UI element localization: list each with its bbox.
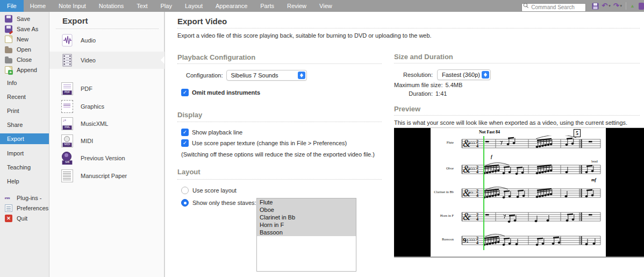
staff-notation-graphic: 9: ♭♭♭ 2 4 xyxy=(455,232,602,248)
redo-icon[interactable]: ↷ xyxy=(612,0,620,12)
export-item-video[interactable]: Video xyxy=(49,52,164,69)
export-item-audio[interactable]: Audio xyxy=(49,32,164,49)
staff-row-bassoon: Bassoon 9: ♭♭♭ 2 4 xyxy=(431,232,606,248)
sidebar-item-teaching[interactable]: Teaching xyxy=(0,160,49,174)
export-item-label: MusicXML xyxy=(81,120,108,127)
export-item-manuscript-paper[interactable]: Manuscript Paper xyxy=(49,167,164,184)
dynamic-f: f xyxy=(491,154,492,159)
ribbon-tools: ↶▾ ↷▾ ▲ xyxy=(521,0,644,12)
playback-line xyxy=(483,136,484,250)
tab-layout[interactable]: Layout xyxy=(178,0,209,12)
section-heading-preview: Preview xyxy=(394,105,420,113)
command-search xyxy=(521,2,586,10)
sidebar-item-close[interactable]: Close xyxy=(0,54,49,65)
pdf-icon: PDF xyxy=(61,82,73,95)
preferences-icon xyxy=(5,204,12,212)
lead-annotation: lead xyxy=(591,159,598,164)
tab-parts[interactable]: Parts xyxy=(254,0,281,12)
show-playback-line-checkbox[interactable]: ✓ xyxy=(181,129,189,136)
dropdown-stepper-icon xyxy=(298,72,305,79)
sidebar-item-print[interactable]: Print xyxy=(0,104,49,118)
configuration-label: Configuration: xyxy=(186,72,223,79)
list-item-clarinet[interactable]: Clarinet in Bb xyxy=(257,214,356,221)
section-heading-playback-configuration: Playback Configuration xyxy=(177,53,255,61)
sidebar-item-label: Append xyxy=(17,67,37,73)
tab-play[interactable]: Play xyxy=(154,0,178,12)
toolbar-extra-icon[interactable] xyxy=(639,3,644,10)
sidebar-item-append[interactable]: Append xyxy=(0,65,49,75)
sidebar-item-help[interactable]: Help xyxy=(0,174,49,188)
paper-texture-checkbox[interactable]: ✓ xyxy=(181,139,189,147)
svg-text:♭♭♭: ♭♭♭ xyxy=(469,237,476,242)
list-item-bassoon[interactable]: Bassoon xyxy=(257,229,356,236)
export-item-previous-version[interactable]: SIB Previous Version xyxy=(49,150,164,167)
staff-row-oboe: Oboe & ♭♭♭ 2 4 xyxy=(431,161,606,177)
tab-file[interactable]: File xyxy=(0,0,24,12)
section-heading-layout: Layout xyxy=(177,168,201,176)
sidebar-item-share[interactable]: Share xyxy=(0,118,49,132)
save-icon[interactable] xyxy=(592,3,599,10)
previous-version-icon: SIB xyxy=(61,152,73,165)
sidebar-item-export[interactable]: Export xyxy=(0,133,49,144)
svg-text:4: 4 xyxy=(476,169,478,174)
tab-view[interactable]: View xyxy=(313,0,339,12)
export-panel-title: Export xyxy=(62,16,88,25)
ribbon-bar: File Home Note Input Notations Text Play… xyxy=(0,0,644,12)
divider xyxy=(177,122,382,122)
sidebar-item-preferences[interactable]: Preferences xyxy=(0,203,49,213)
list-item-horn[interactable]: Horn in F xyxy=(257,221,356,229)
use-score-layout-radio[interactable] xyxy=(181,187,189,194)
configuration-select[interactable]: Sibelius 7 Sounds xyxy=(226,70,307,81)
show-playback-line-label: Show playback line xyxy=(192,129,242,136)
staff-row-clarinet: Clarinet in Bb & ♭♭ 2 4 xyxy=(431,185,606,201)
resolution-label: Resolution: xyxy=(394,72,433,78)
max-file-size-label: Maximum file size: xyxy=(394,82,442,88)
sidebar-item-recent[interactable]: Recent xyxy=(0,90,49,104)
resolution-select[interactable]: Fastest (360p) xyxy=(437,69,491,80)
manuscript-paper-icon xyxy=(61,169,73,182)
section-heading-size-duration: Size and Duration xyxy=(394,53,453,61)
sidebar-item-info[interactable]: Info xyxy=(0,76,49,90)
svg-text:♭♭: ♭♭ xyxy=(469,190,474,195)
show-staves-radio[interactable] xyxy=(181,199,189,207)
omit-muted-checkbox[interactable]: ✓ xyxy=(181,89,189,96)
export-item-graphics[interactable]: Graphics xyxy=(49,98,164,115)
audio-icon xyxy=(61,34,73,47)
staff-row-flute: Flute & ♭♭♭ 2 4 xyxy=(431,136,606,152)
sidebar-item-plug-ins[interactable]: Plug-ins - xyxy=(0,193,49,203)
export-item-midi[interactable]: MIDI MIDI xyxy=(49,132,164,150)
sidebar-item-save[interactable]: Save xyxy=(0,13,49,24)
export-item-musicxml[interactable]: ♪› XML MusicXML xyxy=(49,115,164,132)
tab-notations[interactable]: Notations xyxy=(92,0,130,12)
sidebar-item-save-as[interactable]: Save As xyxy=(0,24,49,34)
search-input[interactable] xyxy=(521,3,586,12)
divider xyxy=(394,63,640,63)
staff-label: Bassoon xyxy=(431,237,454,241)
list-item-oboe[interactable]: Oboe xyxy=(257,206,356,214)
save-as-icon xyxy=(5,25,12,33)
export-item-pdf[interactable]: PDF PDF xyxy=(49,80,164,97)
sidebar-item-quit[interactable]: ✕ Quit xyxy=(0,213,49,223)
svg-text:♭: ♭ xyxy=(469,214,471,218)
tab-note-input[interactable]: Note Input xyxy=(52,0,92,12)
undo-icon[interactable]: ↶ xyxy=(600,0,609,12)
tab-home[interactable]: Home xyxy=(24,0,52,12)
max-file-size-value: 5.4MB xyxy=(445,82,462,88)
tab-review[interactable]: Review xyxy=(281,0,313,12)
resolution-value: Fastest (360p) xyxy=(442,72,480,78)
show-staves-label: Show only these staves: xyxy=(192,200,256,206)
tab-text[interactable]: Text xyxy=(130,0,154,12)
redo-menu-caret-icon[interactable]: ▾ xyxy=(620,4,624,8)
sidebar-item-import[interactable]: Import xyxy=(0,146,49,160)
transport-triangle-icon[interactable]: ▲ xyxy=(628,3,636,9)
tab-appearance[interactable]: Appearance xyxy=(209,0,254,12)
paper-texture-row: ✓ Use score paper texture (change this i… xyxy=(181,139,347,147)
sidebar-item-new[interactable]: New xyxy=(0,34,49,44)
list-item-flute[interactable]: Flute xyxy=(257,198,356,206)
export-item-label: Previous Version xyxy=(81,155,125,161)
search-icon xyxy=(523,3,529,9)
sidebar-item-label: Save As xyxy=(17,26,38,32)
sidebar-item-open[interactable]: Open xyxy=(0,44,49,54)
staves-listbox[interactable]: Flute Oboe Clarinet in Bb Horn in F Bass… xyxy=(256,198,356,272)
staff-label: Horn in F xyxy=(431,214,454,217)
